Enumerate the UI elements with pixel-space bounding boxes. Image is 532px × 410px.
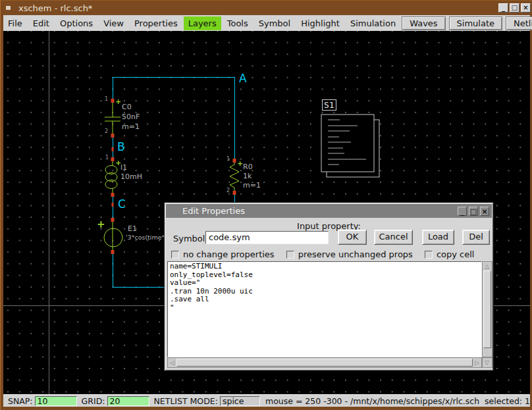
snap-label: SNAP: [8, 396, 33, 406]
window-titlebar[interactable]: xschem - rlc.sch* _ □ × [1, 1, 532, 15]
maximize-icon[interactable]: □ [510, 3, 519, 13]
menu-symbol[interactable]: Symbol [254, 16, 295, 30]
netlist-mode-input[interactable]: spice [220, 396, 260, 406]
scroll-up-icon[interactable]: △ [483, 262, 491, 271]
dialog-minimize-icon[interactable]: _ [458, 207, 467, 216]
resistor-value: 1k [243, 172, 252, 180]
resistor-ref: R0 [243, 163, 253, 171]
menu-simulation[interactable]: Simulation [346, 16, 400, 30]
symbol-input[interactable]: code.sym [205, 231, 329, 244]
net-label-a[interactable]: A [239, 72, 247, 85]
vertical-scrollbar[interactable]: △ [482, 261, 492, 357]
ok-button[interactable]: OK [338, 230, 367, 245]
scroll-down-icon[interactable]: ▽ [483, 358, 491, 367]
inductor-plus: + [115, 159, 121, 167]
capacitor-ref: C0 [122, 103, 132, 111]
source-value: '3*cos(time*ti [126, 234, 164, 241]
dialog-titlebar[interactable]: Edit Properties _ □ × [166, 204, 492, 218]
property-text: name=STIMULI only_toplevel=false value="… [168, 262, 481, 313]
capacitor-plus: + [115, 97, 121, 106]
inductor-ref: l1 [120, 163, 127, 172]
menu-view[interactable]: View [99, 16, 128, 30]
source-ref: E1 [128, 224, 137, 233]
menu-options[interactable]: Options [55, 16, 97, 30]
capacitor-value: 50nF [122, 113, 140, 121]
no-change-properties-label: no change properties [183, 249, 275, 259]
horizontal-scrollbar-thumb[interactable] [176, 359, 473, 367]
no-change-properties-checkbox[interactable] [171, 251, 179, 259]
code-block-label[interactable]: S1 [322, 99, 336, 111]
menu-properties[interactable]: Properties [130, 16, 182, 30]
menu-layers[interactable]: Layers [184, 16, 221, 30]
capacitor-pin1-num: 1 [105, 96, 108, 102]
net-label-c[interactable]: C [118, 197, 126, 211]
dialog-maximize-icon[interactable]: □ [469, 207, 478, 216]
load-button[interactable]: Load [422, 230, 454, 245]
net-label-b[interactable]: B [117, 140, 125, 153]
source-plus: + [97, 218, 105, 230]
property-textarea[interactable]: name=STIMULI only_toplevel=false value="… [167, 261, 482, 357]
scrollbar-corner[interactable]: ▽ [482, 357, 492, 368]
code-block-symbol[interactable] [321, 115, 379, 177]
waves-button[interactable]: Waves [402, 16, 445, 30]
source-symbol[interactable] [104, 220, 122, 252]
resistor-pin2-num: 2 [226, 188, 230, 193]
snap-input[interactable]: 10 [35, 396, 77, 406]
symbol-label: Symbol [173, 234, 205, 243]
simulate-button[interactable]: Simulate [449, 16, 502, 30]
scroll-left-icon[interactable]: ◁ [168, 358, 176, 367]
horizontal-scrollbar[interactable]: ◁ ▷ [167, 357, 482, 368]
netlist-mode-label: NETLIST MODE: [154, 396, 218, 406]
resistor-plus: + [237, 159, 243, 168]
dialog-close-icon[interactable]: × [480, 207, 489, 216]
menubar: File Edit Options View Properties Layers… [3, 15, 530, 31]
preserve-unchanged-props-label: preserve unchanged props [298, 249, 413, 259]
copy-cell-checkbox[interactable] [425, 251, 433, 259]
cancel-button[interactable]: Cancel [374, 230, 413, 245]
inductor-pin1-num: 1 [105, 155, 109, 161]
menu-highlight[interactable]: Highlight [296, 16, 344, 30]
menu-tools[interactable]: Tools [223, 16, 253, 30]
menu-edit[interactable]: Edit [28, 16, 54, 30]
scroll-right-icon[interactable]: ▷ [473, 358, 481, 367]
preserve-unchanged-props-checkbox[interactable] [286, 251, 294, 259]
statusbar: SNAP: 10 GRID: 20 NETLIST MODE: spice mo… [3, 394, 530, 407]
window-title: xschem - rlc.sch* [18, 3, 92, 13]
xschem-window: xschem - rlc.sch* _ □ × File Edit Option… [0, 0, 532, 410]
checkbox-row: no change properties preserve unchanged … [171, 249, 486, 259]
copy-cell-label: copy cell [437, 249, 475, 259]
window-menu-icon[interactable] [6, 6, 11, 10]
minimize-icon[interactable]: _ [498, 3, 508, 13]
dialog-title: Edit Properties [166, 206, 245, 216]
netlist-button[interactable]: Netlist [506, 16, 532, 30]
inductor-value: 10mH [120, 172, 142, 181]
menu-file[interactable]: File [3, 16, 27, 30]
grid-input[interactable]: 20 [107, 396, 149, 406]
edit-properties-dialog: Edit Properties _ □ × Input property: Sy… [164, 202, 494, 371]
capacitor-pin2-num: 2 [105, 128, 108, 134]
grid-label: GRID: [82, 396, 105, 406]
resistor-mult: m=1 [243, 181, 261, 190]
vertical-scrollbar-thumb[interactable] [483, 270, 491, 348]
mouse-status-text: mouse = 250 -300 - /mnt/x/home/schippes/… [265, 396, 530, 406]
resistor-pin1-num: 1 [226, 156, 230, 162]
capacitor-mult: m=1 [122, 122, 140, 131]
del-button[interactable]: Del [462, 230, 490, 245]
close-icon[interactable]: × [521, 3, 531, 13]
